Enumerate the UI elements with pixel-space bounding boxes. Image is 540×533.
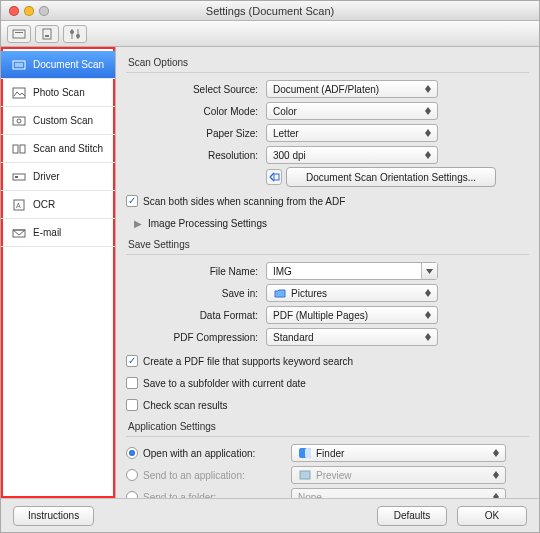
- check-results-checkbox[interactable]: [126, 399, 138, 411]
- svg-rect-15: [20, 145, 25, 153]
- sidebar-item-label: Scan and Stitch: [33, 143, 103, 154]
- sidebar-item-email[interactable]: E-mail: [1, 219, 115, 247]
- pdf-compression-dropdown[interactable]: Standard: [266, 328, 438, 346]
- sidebar-item-label: Custom Scan: [33, 115, 93, 126]
- tab-scan-from-computer-icon[interactable]: [7, 25, 31, 43]
- open-with-dropdown[interactable]: Finder: [291, 444, 506, 462]
- paper-size-dropdown[interactable]: Letter: [266, 124, 438, 142]
- triangle-right-icon: ▶: [134, 218, 142, 229]
- send-to-app-dropdown[interactable]: Preview: [291, 466, 506, 484]
- sidebar-item-label: OCR: [33, 199, 55, 210]
- sidebar-item-custom-scan[interactable]: Custom Scan: [1, 107, 115, 135]
- svg-point-13: [17, 119, 21, 123]
- svg-rect-38: [305, 448, 311, 458]
- driver-icon: [11, 170, 27, 184]
- toolbar: [1, 21, 539, 47]
- svg-rect-14: [13, 145, 18, 153]
- tab-scan-from-panel-icon[interactable]: [35, 25, 59, 43]
- svg-marker-23: [425, 107, 431, 111]
- save-subfolder-checkbox[interactable]: [126, 377, 138, 389]
- sidebar-item-ocr[interactable]: A OCR: [1, 191, 115, 219]
- folder-icon: [273, 287, 287, 299]
- sidebar-item-label: E-mail: [33, 227, 61, 238]
- select-source-dropdown[interactable]: Document (ADF/Platen): [266, 80, 438, 98]
- preview-icon: [298, 469, 312, 481]
- svg-marker-34: [425, 315, 431, 319]
- svg-marker-32: [425, 293, 431, 297]
- svg-marker-27: [425, 151, 431, 155]
- orientation-icon[interactable]: [266, 169, 282, 185]
- svg-marker-25: [425, 129, 431, 133]
- scan-options-heading: Scan Options: [128, 57, 529, 68]
- svg-marker-21: [425, 85, 431, 89]
- svg-marker-22: [425, 89, 431, 93]
- sidebar-item-document-scan[interactable]: Document Scan: [1, 51, 115, 79]
- save-in-dropdown[interactable]: Pictures: [266, 284, 438, 302]
- title-bar: Settings (Document Scan): [1, 1, 539, 21]
- svg-marker-42: [493, 471, 499, 475]
- save-subfolder-label: Save to a subfolder with current date: [143, 378, 306, 389]
- custom-scan-icon: [11, 114, 27, 128]
- open-with-radio[interactable]: [126, 447, 138, 459]
- svg-rect-2: [43, 29, 51, 39]
- updown-icon: [421, 82, 435, 96]
- sidebar-item-driver[interactable]: Driver: [1, 163, 115, 191]
- color-mode-label: Color Mode:: [126, 106, 266, 117]
- svg-rect-3: [45, 35, 49, 37]
- content-pane: Scan Options Select Source: Document (AD…: [116, 47, 539, 498]
- sidebar-item-scan-and-stitch[interactable]: Scan and Stitch: [1, 135, 115, 163]
- send-to-folder-radio[interactable]: [126, 491, 138, 498]
- svg-point-7: [76, 34, 80, 38]
- svg-marker-30: [426, 269, 433, 274]
- save-settings-heading: Save Settings: [128, 239, 529, 250]
- svg-marker-44: [493, 493, 499, 497]
- svg-point-6: [70, 30, 74, 34]
- document-scan-icon: [11, 58, 27, 72]
- send-to-folder-dropdown[interactable]: None: [291, 488, 506, 498]
- scan-both-sides-label: Scan both sides when scanning from the A…: [143, 196, 345, 207]
- image-processing-disclosure[interactable]: ▶ Image Processing Settings: [134, 218, 267, 229]
- ok-button[interactable]: OK: [457, 506, 527, 526]
- svg-rect-1: [15, 32, 23, 33]
- open-with-label: Open with an application:: [143, 448, 255, 459]
- instructions-button[interactable]: Instructions: [13, 506, 94, 526]
- save-in-label: Save in:: [126, 288, 266, 299]
- resolution-label: Resolution:: [126, 150, 266, 161]
- svg-marker-36: [425, 337, 431, 341]
- application-settings-heading: Application Settings: [128, 421, 529, 432]
- sidebar-item-label: Photo Scan: [33, 87, 85, 98]
- resolution-dropdown[interactable]: 300 dpi: [266, 146, 438, 164]
- data-format-label: Data Format:: [126, 310, 266, 321]
- sidebar-item-label: Driver: [33, 171, 60, 182]
- svg-text:A: A: [16, 202, 21, 209]
- sidebar: Document Scan Photo Scan Custom Scan Sca…: [1, 47, 116, 498]
- svg-marker-24: [425, 111, 431, 115]
- file-name-combo[interactable]: IMG: [266, 262, 438, 280]
- svg-marker-35: [425, 333, 431, 337]
- sidebar-item-photo-scan[interactable]: Photo Scan: [1, 79, 115, 107]
- send-to-app-radio[interactable]: [126, 469, 138, 481]
- svg-marker-26: [425, 133, 431, 137]
- tab-general-settings-icon[interactable]: [63, 25, 87, 43]
- color-mode-dropdown[interactable]: Color: [266, 102, 438, 120]
- file-name-label: File Name:: [126, 266, 266, 277]
- email-icon: [11, 226, 27, 240]
- photo-scan-icon: [11, 86, 27, 100]
- scan-both-sides-checkbox[interactable]: [126, 195, 138, 207]
- svg-rect-8: [13, 61, 25, 69]
- pdf-keyword-checkbox[interactable]: [126, 355, 138, 367]
- check-results-label: Check scan results: [143, 400, 227, 411]
- orientation-settings-button[interactable]: Document Scan Orientation Settings...: [286, 167, 496, 187]
- svg-marker-28: [425, 155, 431, 159]
- data-format-dropdown[interactable]: PDF (Multiple Pages): [266, 306, 438, 324]
- svg-rect-11: [13, 88, 25, 98]
- window-title: Settings (Document Scan): [1, 5, 539, 17]
- stitch-icon: [11, 142, 27, 156]
- svg-marker-40: [493, 453, 499, 457]
- sidebar-item-label: Document Scan: [33, 59, 104, 70]
- pdf-compression-label: PDF Compression:: [126, 332, 266, 343]
- svg-rect-29: [274, 174, 279, 180]
- chevron-down-icon: [421, 263, 437, 279]
- paper-size-label: Paper Size:: [126, 128, 266, 139]
- defaults-button[interactable]: Defaults: [377, 506, 447, 526]
